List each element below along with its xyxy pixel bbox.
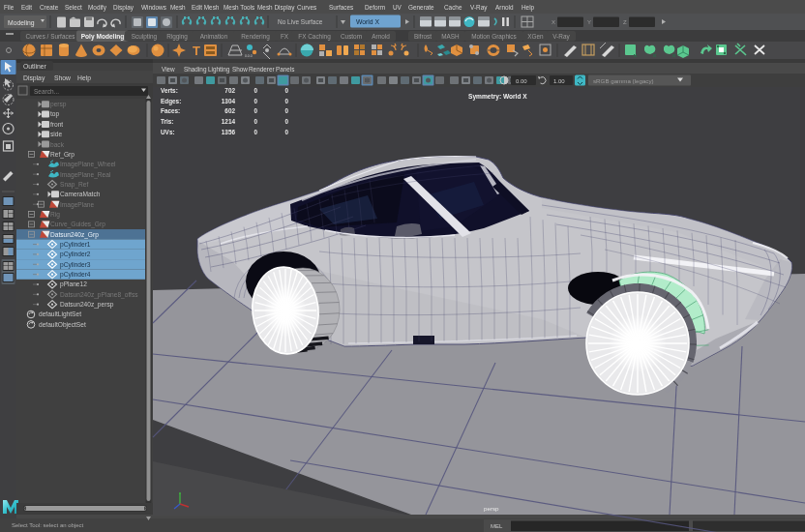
svg-text:Help: Help	[522, 4, 535, 12]
svg-text:XGen: XGen	[527, 33, 544, 40]
svg-text:0: 0	[284, 107, 288, 114]
svg-text:UV: UV	[393, 4, 402, 11]
svg-text:0: 0	[284, 118, 288, 125]
svg-text:No Live Surface: No Live Surface	[278, 18, 323, 25]
svg-text:Curves / Surfaces: Curves / Surfaces	[26, 33, 75, 40]
svg-text:CameraMatch: CameraMatch	[60, 191, 101, 197]
svg-text:Datsun240z_persp: Datsun240z_persp	[60, 301, 114, 309]
svg-text:Arnold: Arnold	[372, 33, 390, 40]
svg-text:World X: World X	[356, 18, 380, 25]
svg-text:Display: Display	[113, 4, 134, 12]
svg-text:Custom: Custom	[341, 33, 362, 40]
svg-text:Datsun240z_Grp: Datsun240z_Grp	[50, 231, 99, 239]
svg-text:Search...: Search...	[34, 88, 59, 95]
svg-text:Show: Show	[54, 74, 71, 81]
svg-text:Rig: Rig	[50, 211, 60, 219]
svg-text:Rigging: Rigging	[166, 33, 188, 41]
svg-text:Panels: Panels	[276, 66, 295, 73]
svg-text:1214: 1214	[222, 118, 236, 125]
svg-text:Mesh: Mesh	[170, 4, 186, 11]
svg-text:pCylinder1: pCylinder1	[60, 241, 91, 249]
svg-text:Curves: Curves	[297, 4, 316, 11]
svg-text:Verts:: Verts:	[161, 87, 178, 94]
svg-text:1356: 1356	[222, 129, 236, 135]
svg-text:0.0.0: 0.0.0	[245, 54, 253, 58]
svg-text:0: 0	[253, 118, 257, 125]
svg-text:defaultLightSet: defaultLightSet	[39, 310, 81, 318]
svg-text:Datsun240z_pPlane8_offss: Datsun240z_pPlane8_offss	[60, 291, 138, 299]
svg-text:pCylinder4: pCylinder4	[60, 271, 91, 279]
svg-text:FX Caching: FX Caching	[298, 33, 331, 41]
svg-text:Select: Select	[65, 4, 82, 11]
svg-text:Help: Help	[77, 74, 91, 82]
svg-text:Sculpting: Sculpting	[132, 33, 158, 41]
svg-text:File: File	[4, 4, 15, 11]
svg-text:Outliner: Outliner	[23, 63, 47, 70]
svg-text:T: T	[193, 44, 200, 58]
svg-text:Symmetry: World X: Symmetry: World X	[468, 93, 527, 101]
svg-text:0: 0	[253, 87, 257, 94]
svg-text:Display: Display	[23, 74, 45, 82]
svg-text:X: X	[552, 19, 555, 25]
svg-text:Curve_Guides_Grp: Curve_Guides_Grp	[50, 221, 105, 228]
svg-text:Deform: Deform	[365, 4, 385, 11]
svg-text:back: back	[50, 141, 65, 148]
svg-text:0: 0	[253, 107, 257, 114]
svg-text:0: 0	[284, 98, 288, 104]
svg-text:MASH: MASH	[441, 33, 460, 40]
svg-text:602: 602	[224, 107, 235, 114]
svg-text:Generate: Generate	[408, 4, 434, 11]
svg-text:Show: Show	[232, 66, 248, 73]
svg-text:pCylinder3: pCylinder3	[60, 261, 91, 269]
svg-text:Faces:: Faces:	[161, 107, 180, 114]
svg-text:Edges:: Edges:	[161, 98, 181, 105]
svg-text:Bifrost: Bifrost	[414, 33, 432, 40]
svg-text:ImagePlane_Real: ImagePlane_Real	[60, 171, 111, 179]
svg-text:top: top	[50, 110, 59, 118]
svg-text:0: 0	[253, 129, 257, 135]
svg-text:Shading: Shading	[184, 66, 207, 74]
svg-text:sRGB gamma (legacy): sRGB gamma (legacy)	[593, 77, 654, 84]
svg-text:0.00: 0.00	[516, 78, 527, 84]
svg-text:Animation: Animation	[200, 33, 228, 40]
svg-text:1304: 1304	[222, 98, 236, 104]
svg-text:persp: persp	[50, 101, 67, 108]
svg-text:Select Tool: select an object: Select Tool: select an object	[12, 522, 84, 528]
svg-text:pPlane12: pPlane12	[60, 281, 87, 288]
svg-text:FX: FX	[281, 33, 289, 40]
svg-text:Rendering: Rendering	[241, 33, 270, 41]
svg-text:View: View	[162, 66, 175, 73]
svg-text:702: 702	[224, 87, 235, 94]
svg-text:ImagePlane: ImagePlane	[60, 201, 95, 209]
svg-text:Mesh Display: Mesh Display	[257, 4, 295, 12]
svg-text:Z: Z	[623, 19, 627, 25]
svg-text:1.00: 1.00	[553, 78, 565, 84]
svg-text:side: side	[50, 131, 62, 137]
svg-text:0: 0	[284, 129, 288, 135]
svg-text:V-Ray: V-Ray	[552, 33, 570, 41]
svg-text:Tris:: Tris:	[161, 118, 174, 125]
svg-text:0: 0	[284, 87, 288, 94]
svg-text:Edit: Edit	[21, 4, 32, 11]
svg-text:Renderer: Renderer	[249, 66, 276, 73]
svg-text:Edit Mesh: Edit Mesh	[192, 4, 220, 11]
svg-text:Modify: Modify	[88, 4, 107, 12]
svg-text:UVs:: UVs:	[161, 129, 175, 135]
svg-text:Cache: Cache	[444, 4, 462, 11]
svg-text:Surfaces: Surfaces	[329, 4, 353, 11]
svg-text:Poly Modeling: Poly Modeling	[81, 33, 125, 41]
svg-text:Arnold: Arnold	[495, 4, 514, 11]
svg-text:Windows: Windows	[141, 4, 166, 11]
svg-text:ImagePlane_Wheel: ImagePlane_Wheel	[60, 161, 116, 168]
svg-text:Mesh Tools: Mesh Tools	[224, 4, 254, 11]
svg-text:defaultObjectSet: defaultObjectSet	[39, 321, 86, 329]
svg-text:MEL: MEL	[491, 523, 503, 529]
svg-text:Y: Y	[587, 19, 591, 25]
svg-text:pCylinder2: pCylinder2	[60, 251, 91, 258]
svg-text:Snap_Ref: Snap_Ref	[60, 181, 88, 189]
svg-text:Modeling: Modeling	[8, 19, 35, 27]
svg-text:front: front	[50, 121, 63, 128]
svg-text:0: 0	[253, 98, 257, 104]
svg-text:Motion Graphics: Motion Graphics	[471, 33, 517, 41]
svg-text:V-Ray: V-Ray	[470, 4, 488, 12]
